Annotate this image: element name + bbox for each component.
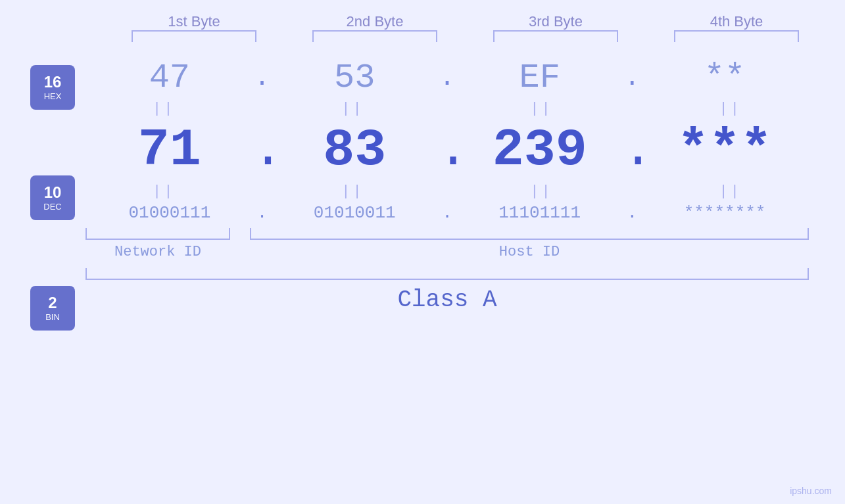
dec-badge: 10 DEC bbox=[30, 175, 75, 220]
network-id-label: Network ID bbox=[114, 244, 201, 260]
full-bottom-bracket bbox=[85, 268, 809, 280]
eq1-4: || bbox=[658, 101, 803, 117]
hex-dot-1: . bbox=[253, 63, 272, 93]
bottom-brackets-container: Network ID Host ID bbox=[85, 228, 809, 260]
hex-value-1: 47 bbox=[149, 58, 190, 97]
hex-value-4: ** bbox=[704, 58, 745, 97]
class-section: Class A bbox=[85, 268, 809, 313]
badges-column: 16 HEX 10 DEC 2 BIN bbox=[0, 52, 85, 350]
header-byte-4: 4th Byte bbox=[664, 13, 809, 30]
eq2-1: || bbox=[91, 183, 236, 200]
header-byte-1: 1st Byte bbox=[122, 13, 266, 30]
top-bracket-3 bbox=[493, 30, 618, 42]
bin-row: 01000111 . 01010011 . 11101111 . *******… bbox=[85, 203, 809, 223]
dec-cell-3: 239 bbox=[468, 120, 612, 180]
hex-dot-2: . bbox=[437, 63, 457, 93]
class-label: Class A bbox=[397, 286, 496, 313]
hex-value-2: 53 bbox=[334, 58, 375, 97]
bin-dot-3: . bbox=[622, 203, 642, 223]
dec-cell-2: 83 bbox=[282, 120, 427, 180]
top-bracket-2 bbox=[312, 30, 437, 42]
top-bracket-1 bbox=[132, 30, 256, 42]
dec-badge-number: 10 bbox=[44, 184, 62, 201]
bin-cell-2: 01010011 bbox=[282, 203, 427, 223]
network-bracket bbox=[85, 228, 230, 240]
bin-badge: 2 BIN bbox=[30, 286, 75, 331]
dot-spacer-1 bbox=[230, 228, 250, 260]
network-bracket-group: Network ID bbox=[85, 228, 230, 260]
dec-cell-4: *** bbox=[652, 120, 797, 180]
hex-row: 47 . 53 . EF . ** bbox=[85, 58, 809, 97]
hex-dot-3: . bbox=[622, 63, 642, 93]
dec-badge-label: DEC bbox=[43, 202, 61, 212]
hex-cell-4: ** bbox=[652, 58, 797, 97]
eq1-2: || bbox=[280, 101, 425, 117]
hex-cell-1: 47 bbox=[97, 58, 242, 97]
header-byte-2: 2nd Byte bbox=[302, 13, 447, 30]
hex-badge-number: 16 bbox=[44, 74, 62, 91]
dec-value-3: 239 bbox=[493, 120, 587, 180]
eq1-3: || bbox=[470, 101, 614, 117]
bin-dot-1: . bbox=[253, 203, 272, 223]
bin-value-4: ******** bbox=[684, 203, 766, 223]
eq2-4: || bbox=[658, 183, 803, 200]
equals-row-2: || || || || bbox=[85, 180, 809, 203]
dec-value-1: 71 bbox=[138, 120, 201, 180]
host-bracket bbox=[250, 228, 809, 240]
hex-cell-3: EF bbox=[468, 58, 612, 97]
watermark: ipshu.com bbox=[790, 486, 832, 496]
main-container: 1st Byte 2nd Byte 3rd Byte 4th Byte 16 H… bbox=[0, 0, 845, 504]
top-brackets-row bbox=[104, 30, 827, 42]
host-id-label: Host ID bbox=[499, 244, 560, 260]
hex-cell-2: 53 bbox=[282, 58, 427, 97]
bin-dot-2: . bbox=[437, 203, 457, 223]
data-grid: 47 . 53 . EF . ** || || bbox=[85, 52, 809, 350]
bin-cell-1: 01000111 bbox=[97, 203, 242, 223]
dec-row: 71 . 83 . 239 . *** bbox=[85, 120, 809, 180]
dec-dot-3: . bbox=[622, 120, 642, 180]
dec-cell-1: 71 bbox=[97, 120, 242, 180]
eq2-3: || bbox=[470, 183, 614, 200]
header-byte-3: 3rd Byte bbox=[483, 13, 628, 30]
hex-value-3: EF bbox=[519, 58, 560, 97]
bin-badge-label: BIN bbox=[45, 312, 60, 322]
dec-dot-1: . bbox=[253, 120, 272, 180]
eq1-1: || bbox=[91, 101, 236, 117]
hex-badge-label: HEX bbox=[44, 91, 62, 101]
dec-value-4: *** bbox=[677, 120, 772, 180]
dec-dot-2: . bbox=[437, 120, 457, 180]
hex-badge: 16 HEX bbox=[30, 65, 75, 110]
host-bracket-group: Host ID bbox=[250, 228, 809, 260]
eq2-2: || bbox=[280, 183, 425, 200]
equals-row-1: || || || || bbox=[85, 97, 809, 120]
bin-cell-3: 11101111 bbox=[468, 203, 612, 223]
byte-headers-row: 1st Byte 2nd Byte 3rd Byte 4th Byte bbox=[104, 13, 827, 30]
bin-value-3: 11101111 bbox=[498, 203, 581, 223]
top-bracket-4 bbox=[674, 30, 799, 42]
bin-value-2: 01010011 bbox=[314, 203, 396, 223]
bin-badge-number: 2 bbox=[48, 294, 57, 311]
bin-cell-4: ******** bbox=[652, 203, 797, 223]
dec-value-2: 83 bbox=[323, 120, 386, 180]
bin-value-1: 01000111 bbox=[128, 203, 210, 223]
